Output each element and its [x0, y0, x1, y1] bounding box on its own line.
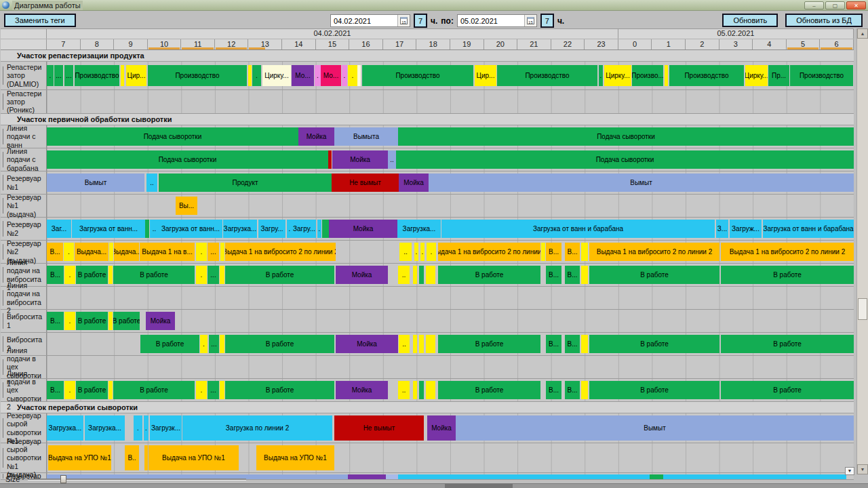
gantt-bar[interactable]: .: [252, 65, 261, 86]
gantt-bar[interactable]: Подача сыворотки: [396, 150, 854, 169]
gantt-bar[interactable]: [665, 65, 668, 86]
gantt-bar[interactable]: В...: [565, 266, 580, 284]
gantt-bar[interactable]: Выдача 1 на вибросито 2 по линии 2: [438, 243, 540, 261]
hour-to-box[interactable]: 7: [540, 14, 554, 28]
gantt-bar[interactable]: В...: [47, 266, 64, 284]
gantt-bar[interactable]: ...: [54, 65, 63, 86]
gantt-bar[interactable]: Цирку...: [604, 65, 631, 86]
gantt-bar[interactable]: В...: [546, 335, 561, 353]
gantt-bar[interactable]: Загруж...: [730, 220, 762, 238]
gantt-bar[interactable]: Произво...: [632, 65, 663, 86]
gantt-bar[interactable]: [413, 335, 417, 353]
gantt-bar[interactable]: [426, 381, 435, 399]
gantt-bar[interactable]: [419, 335, 424, 353]
gantt-bar[interactable]: Производство: [148, 65, 247, 86]
gantt-bar[interactable]: ..: [146, 174, 157, 192]
gantt-bar[interactable]: .: [315, 65, 321, 86]
hour-from-box[interactable]: 7: [414, 14, 427, 28]
gantt-bar[interactable]: Загрузка по линии 2: [182, 415, 332, 441]
gantt-bar[interactable]: Загру...: [258, 220, 285, 238]
gantt-bar[interactable]: [328, 150, 332, 169]
scroll-down-icon[interactable]: ▼: [857, 464, 868, 474]
gantt-bar[interactable]: Выдача 1 на в...: [140, 243, 195, 261]
scroll-up-icon[interactable]: ▲: [857, 28, 868, 39]
gantt-bar[interactable]: Подача сыворотки: [47, 127, 298, 146]
minimize-button[interactable]: –: [804, 1, 824, 9]
gantt-bar[interactable]: Производство: [790, 65, 853, 86]
gantt-bar[interactable]: Подача сыворотки: [398, 127, 854, 146]
vertical-scrollbar-thumb[interactable]: [858, 298, 867, 320]
gantt-bar[interactable]: ...: [64, 65, 73, 86]
gantt-bar[interactable]: В работе: [113, 312, 140, 330]
gantt-bar[interactable]: ..: [399, 243, 412, 261]
gantt-bar[interactable]: [108, 266, 113, 284]
gantt-bar[interactable]: Выдача на УПО №1: [149, 445, 239, 470]
gantt-bar[interactable]: Мойка: [336, 335, 398, 353]
size-slider[interactable]: [28, 475, 246, 483]
gantt-bar[interactable]: [109, 243, 113, 261]
gantt-bar[interactable]: Вымыт: [47, 174, 144, 192]
gantt-bar[interactable]: В..: [125, 445, 139, 470]
gantt-bar[interactable]: В работе: [113, 381, 195, 399]
gantt-bar[interactable]: [108, 312, 113, 330]
gantt-bar[interactable]: Заг...: [47, 220, 71, 238]
gantt-bar[interactable]: .: [64, 266, 75, 284]
gantt-bar[interactable]: [541, 243, 545, 261]
gantt-bar[interactable]: [220, 335, 224, 353]
gantt-bar[interactable]: [581, 335, 588, 353]
gantt-bar[interactable]: В работе: [589, 381, 719, 399]
gantt-bar[interactable]: В работе: [721, 266, 854, 284]
gantt-bar[interactable]: [413, 266, 417, 284]
gantt-bar[interactable]: Производство: [362, 65, 473, 86]
horizontal-scrollbar[interactable]: [0, 483, 868, 488]
gantt-bar[interactable]: В работе: [76, 381, 108, 399]
gantt-bar[interactable]: .: [287, 220, 292, 238]
gantt-bar[interactable]: Не вымыт: [334, 415, 424, 441]
gantt-bar[interactable]: [581, 243, 588, 261]
gantt-bar[interactable]: Загрузка от ванн...: [72, 220, 145, 238]
gantt-bar[interactable]: Вы...: [176, 197, 197, 215]
gantt-bar[interactable]: [581, 266, 588, 284]
gantt-bar[interactable]: Загрузка...: [397, 220, 441, 238]
gantt-bar[interactable]: Мойка: [336, 381, 388, 399]
gantt-bar[interactable]: [248, 65, 252, 86]
gantt-bar[interactable]: ...: [208, 266, 219, 284]
gantt-bar[interactable]: .: [196, 266, 207, 284]
gantt-bar[interactable]: .: [317, 220, 321, 238]
gantt-bar[interactable]: Выдача...: [75, 243, 108, 261]
gantt-bar[interactable]: В...: [546, 381, 561, 399]
date-from-field[interactable]: 04.02.2021 15: [330, 14, 410, 27]
gantt-bar[interactable]: [357, 65, 361, 86]
gantt-bar[interactable]: [322, 220, 329, 238]
gantt-bar[interactable]: .: [200, 335, 208, 353]
gantt-bar[interactable]: Мо...: [321, 65, 341, 86]
gantt-bar[interactable]: [581, 381, 588, 399]
gantt-bar[interactable]: Загрузка...: [223, 220, 257, 238]
gantt-bar[interactable]: .: [47, 65, 54, 86]
gantt-bar[interactable]: [145, 220, 149, 238]
gantt-bar[interactable]: ..: [398, 381, 410, 399]
gantt-bar[interactable]: [419, 381, 424, 399]
gantt-bar[interactable]: Выдача...: [114, 243, 139, 261]
gantt-bar[interactable]: В...: [565, 243, 580, 261]
gantt-bar[interactable]: Выдача 1 на вибросито 2 по линии 2: [589, 243, 719, 261]
gantt-bar[interactable]: Мойка: [332, 150, 388, 169]
gantt-bar[interactable]: Выдача на УПО №1: [48, 445, 111, 470]
gantt-bar[interactable]: Мойка: [399, 174, 429, 192]
gantt-bar[interactable]: Загрузка от ванн...: [159, 220, 222, 238]
gantt-bar[interactable]: Не вымыт: [332, 174, 399, 192]
gantt-bar[interactable]: .: [420, 243, 425, 261]
gantt-bar[interactable]: Цир...: [126, 65, 146, 86]
gantt-bar[interactable]: Мойка: [336, 266, 388, 284]
gantt-bar[interactable]: В работе: [589, 335, 719, 353]
gantt-bar[interactable]: В...: [565, 335, 580, 353]
gantt-bar[interactable]: Продукт: [159, 174, 332, 192]
gantt-bar[interactable]: [426, 266, 435, 284]
calendar-to-button[interactable]: 15: [524, 15, 536, 26]
gantt-bar[interactable]: ...: [208, 381, 219, 399]
gantt-bar[interactable]: Загрузка от ванн и барабана: [441, 220, 715, 238]
gantt-bar[interactable]: Мойка: [427, 415, 456, 441]
gantt-bar[interactable]: В работе: [438, 266, 540, 284]
replace-tags-button[interactable]: Заменить теги: [4, 14, 76, 27]
gantt-bar[interactable]: Мойка: [146, 312, 175, 330]
